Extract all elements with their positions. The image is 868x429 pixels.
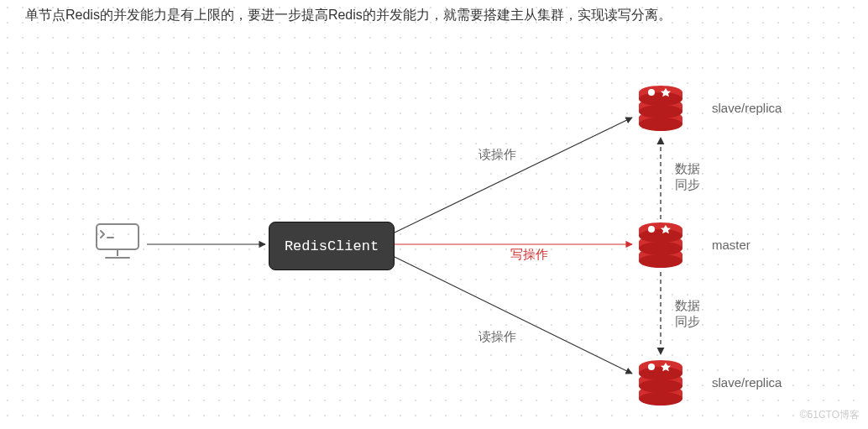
redis-client-box: RedisClient bbox=[269, 222, 395, 270]
svg-line-20 bbox=[395, 118, 632, 233]
read-bottom-label: 读操作 bbox=[478, 329, 516, 345]
svg-rect-0 bbox=[97, 224, 139, 249]
slave-top-label: slave/replica bbox=[712, 101, 782, 115]
svg-point-12 bbox=[648, 226, 655, 233]
slave-bottom-label: slave/replica bbox=[712, 375, 782, 390]
computer-icon bbox=[92, 221, 143, 263]
read-top-label: 读操作 bbox=[478, 147, 516, 163]
heading-text: 单节点Redis的并发能力是有上限的，要进一步提高Redis的并发能力，就需要搭… bbox=[25, 7, 672, 24]
watermark-text: ©51CTO博客 bbox=[800, 408, 860, 422]
svg-line-22 bbox=[395, 257, 632, 374]
svg-point-17 bbox=[648, 364, 655, 370]
master-label: master bbox=[712, 238, 750, 252]
redis-slave-top-icon bbox=[636, 86, 685, 132]
redis-master-icon bbox=[636, 222, 685, 269]
arrows-layer bbox=[0, 0, 868, 429]
svg-point-7 bbox=[648, 89, 655, 96]
redis-client-label: RedisClient bbox=[285, 238, 379, 254]
write-label: 写操作 bbox=[510, 247, 548, 263]
redis-slave-bottom-icon bbox=[636, 360, 685, 406]
sync-bottom-label: 数据 同步 bbox=[675, 298, 700, 330]
sync-top-label: 数据 同步 bbox=[675, 161, 700, 193]
